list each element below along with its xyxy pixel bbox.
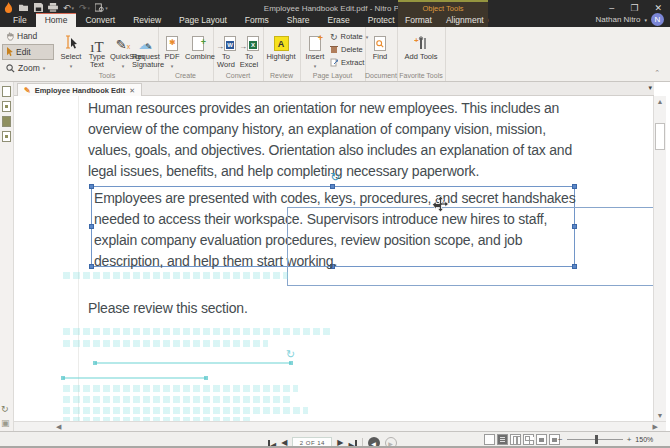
save-icon	[34, 3, 43, 12]
attachments-panel-icon[interactable]	[2, 116, 11, 127]
undo-dropdown-icon: ▾	[72, 3, 75, 13]
ghost-text-artifact	[63, 407, 308, 414]
single-page-view-button[interactable]	[484, 434, 495, 445]
svg-text:+: +	[414, 36, 419, 45]
tab-share[interactable]: Share	[278, 13, 319, 27]
user-name: Nathan Nitro	[596, 15, 641, 24]
output-panel-icon[interactable]: ▣	[1, 418, 10, 428]
add-tools-button[interactable]: + Add Tools	[403, 29, 439, 61]
to-excel-button[interactable]: →X To Excel	[238, 29, 260, 69]
type-text-button[interactable]: ıT Type Text	[84, 29, 110, 69]
to-word-button[interactable]: →W To Word	[215, 29, 237, 69]
print-button[interactable]	[48, 3, 58, 12]
tab-review[interactable]: Review	[124, 13, 170, 27]
find-button[interactable]: Find	[368, 29, 392, 61]
zoom-out-button[interactable]: −	[558, 435, 563, 444]
signatures-panel-icon[interactable]	[2, 131, 11, 142]
ribbon: Hand Edit Zoom ▾ Select▾	[0, 27, 670, 82]
group-document: Find Document	[365, 27, 398, 81]
group-label-document: Document	[365, 72, 397, 79]
redo-button[interactable]: ↷▾	[79, 3, 90, 13]
combine-pages-icon: +	[192, 36, 204, 51]
insert-button[interactable]: + Insert▾	[302, 29, 328, 70]
group-create: ✱ PDF▾ + Combine Create	[158, 27, 214, 81]
tab-file[interactable]: File	[4, 13, 36, 27]
history-forward-button[interactable]: ▶	[385, 437, 397, 448]
facing-pages-view-button[interactable]	[510, 434, 521, 445]
page-indicator[interactable]: 2 OF 14	[292, 437, 332, 448]
first-page-button[interactable]: ◀	[268, 434, 276, 448]
zoom-tool-button[interactable]: Zoom ▾	[3, 61, 53, 75]
vertical-scrollbar[interactable]: ▲ ▼	[653, 96, 666, 421]
ribbon-collapse-button[interactable]: ⌃	[654, 69, 660, 77]
scroll-down-icon[interactable]: ▼	[654, 412, 666, 419]
combine-button[interactable]: + Combine	[185, 29, 211, 61]
document-tab[interactable]: ✎ Employee Handbook Edit ✕	[17, 83, 142, 97]
snapshot-button[interactable]: ▾	[95, 3, 108, 13]
page-layout-small-buttons: ↻Rotate▾ Delete Extract	[330, 30, 368, 69]
insert-dropdown-icon: ▾	[302, 62, 328, 70]
scroll-right-icon[interactable]: ▶	[653, 423, 658, 431]
continuous-view-button[interactable]	[497, 434, 508, 445]
multi-page-view-button[interactable]	[523, 434, 534, 445]
zoom-in-button[interactable]: +	[627, 435, 632, 444]
window-controls: – ❐ ✕	[609, 3, 662, 13]
refresh-panel-icon[interactable]: ↻	[1, 404, 9, 414]
zoom-label: Zoom	[18, 63, 40, 73]
tab-page-layout[interactable]: Page Layout	[170, 13, 236, 27]
horizontal-scrollbar[interactable]: ◀ ▶	[14, 421, 666, 431]
close-button[interactable]: ✕	[654, 3, 662, 13]
scroll-left-icon[interactable]: ◀	[56, 423, 61, 431]
zoom-slider[interactable]	[567, 439, 623, 440]
undo-button[interactable]: ↶▾	[63, 3, 74, 13]
delete-button[interactable]: Delete	[330, 43, 368, 56]
pdf-button[interactable]: ✱ PDF▾	[160, 29, 184, 70]
group-label-convert: Convert	[213, 72, 263, 79]
avatar[interactable]: N	[651, 13, 664, 26]
paragraph-3-line: Please review this section.	[88, 298, 248, 319]
rotate-handle-icon[interactable]: ↻	[330, 171, 340, 183]
tab-alignment[interactable]: Alignment	[439, 13, 491, 27]
tab-protect[interactable]: Protect	[359, 13, 404, 27]
magnifier-icon	[6, 64, 15, 73]
tab-list-dropdown-icon[interactable]: ▾	[648, 84, 652, 92]
extract-button[interactable]: Extract	[330, 56, 368, 69]
status-bar: ◀ ◀ 2 OF 14 ▶ ▶ ◀ ▶ − + 150%	[0, 431, 670, 448]
history-back-button[interactable]: ◀	[368, 437, 380, 448]
pencil-icon: ✎x	[116, 41, 130, 51]
fit-page-view-button[interactable]	[536, 434, 547, 445]
minimize-button[interactable]: –	[609, 3, 614, 13]
scroll-up-icon[interactable]: ▲	[654, 98, 666, 105]
arrow-icon: →	[239, 43, 247, 51]
zoom-slider-thumb[interactable]	[595, 435, 598, 444]
tab-home[interactable]: Home	[36, 13, 77, 27]
next-page-button[interactable]: ▶	[337, 438, 343, 448]
save-button[interactable]	[34, 3, 43, 12]
user-account[interactable]: Nathan Nitro ▾ N	[596, 13, 664, 26]
overlapping-text-box[interactable]	[287, 207, 653, 286]
previous-page-button[interactable]: ◀	[281, 438, 287, 448]
edit-tool-button[interactable]: Edit	[3, 45, 53, 59]
bookmarks-panel-icon[interactable]	[2, 101, 11, 112]
user-dropdown-icon: ▾	[644, 17, 647, 23]
quick-access-toolbar: ↶▾ ↷▾ ▾	[4, 2, 108, 13]
tab-convert[interactable]: Convert	[76, 13, 124, 27]
maximize-button[interactable]: ❐	[630, 3, 638, 13]
request-signature-button[interactable]: ☁✎ Request Signature	[132, 29, 158, 69]
open-folder-icon	[18, 3, 29, 12]
last-page-button[interactable]: ▶	[348, 434, 356, 448]
tab-erase[interactable]: Erase	[319, 13, 359, 27]
tab-format[interactable]: Format	[398, 13, 439, 27]
document-tab-close-icon[interactable]: ✕	[129, 87, 135, 95]
vertical-scroll-thumb[interactable]	[655, 123, 665, 150]
open-button[interactable]	[18, 3, 29, 12]
hand-tool-button[interactable]: Hand	[3, 29, 53, 43]
rotate-button[interactable]: ↻Rotate▾	[330, 30, 368, 43]
pages-panel-icon[interactable]	[2, 86, 11, 97]
group-convert: →W To Word →X To Excel Convert	[213, 27, 264, 81]
edit-cursor-icon	[6, 47, 13, 57]
document-canvas[interactable]: Human resources provides an orientation …	[14, 96, 653, 421]
select-button[interactable]: Select▾	[58, 29, 84, 70]
highlight-button[interactable]: A Highlight	[266, 29, 296, 61]
tab-forms[interactable]: Forms	[236, 13, 278, 27]
